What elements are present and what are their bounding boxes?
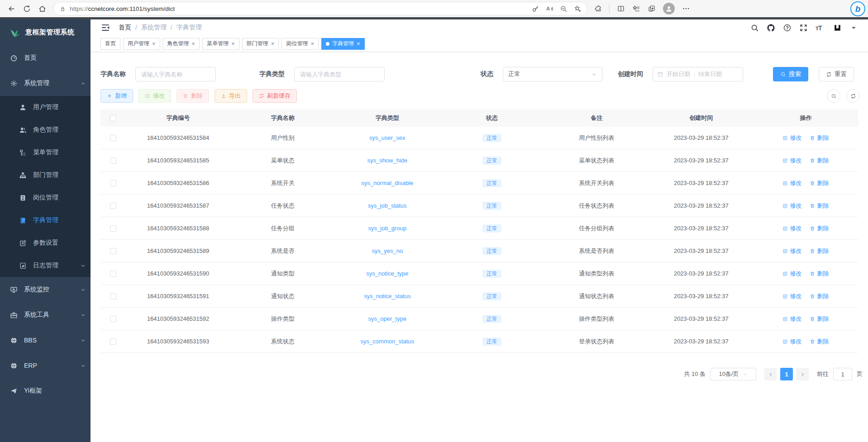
browser-profile-avatar[interactable] <box>663 3 675 14</box>
delete-button[interactable]: 删除 <box>176 89 209 103</box>
row-edit-link[interactable]: 修改 <box>782 337 801 346</box>
tab-首页[interactable]: 首页 <box>100 38 120 50</box>
read-aloud-icon[interactable] <box>546 5 553 13</box>
row-checkbox[interactable] <box>110 293 116 299</box>
dict-type-input[interactable] <box>294 67 385 81</box>
row-edit-link[interactable]: 修改 <box>782 179 801 187</box>
favorites-icon[interactable] <box>632 5 640 13</box>
edit-button[interactable]: 修改 <box>138 89 171 103</box>
row-edit-link[interactable]: 修改 <box>782 247 801 255</box>
add-button[interactable]: 新增 <box>100 89 133 103</box>
row-checkbox[interactable] <box>110 135 116 141</box>
tab-岗位管理[interactable]: 岗位管理× <box>281 38 319 50</box>
page-size-select[interactable]: 10条/页 <box>710 368 756 380</box>
sidebar-item-log-management[interactable]: 日志管理 <box>0 254 91 277</box>
search-button[interactable]: 搜索 <box>773 67 808 81</box>
breadcrumb-home[interactable]: 首页 <box>119 24 131 32</box>
dict-type-link[interactable]: sys_normal_disable <box>361 180 413 186</box>
row-edit-link[interactable]: 修改 <box>782 202 801 210</box>
dict-name-input[interactable] <box>135 67 216 81</box>
sidebar-item-bbs[interactable]: BBS <box>0 328 91 353</box>
sidebar-item-system-monitor[interactable]: 系统监控 <box>0 277 91 302</box>
sidebar-item-role-management[interactable]: 角色管理 <box>0 119 91 141</box>
row-delete-link[interactable]: 删除 <box>810 179 829 187</box>
dict-type-link[interactable]: sys_job_group <box>368 225 407 232</box>
refresh-table-button[interactable] <box>846 89 860 103</box>
tab-close-icon[interactable]: × <box>310 40 314 47</box>
row-edit-link[interactable]: 修改 <box>782 134 801 142</box>
tab-close-icon[interactable]: × <box>271 40 275 47</box>
password-key-icon[interactable] <box>532 5 539 13</box>
dict-type-link[interactable]: sys_common_status <box>361 338 415 345</box>
sidebar-item-system-management[interactable]: 系统管理 <box>0 71 91 96</box>
dict-type-link[interactable]: sys_user_sex <box>369 134 405 141</box>
tab-字典管理[interactable]: 字典管理× <box>321 38 365 50</box>
extensions-icon[interactable] <box>594 5 602 13</box>
sidebar-item-menu-management[interactable]: 菜单管理 <box>0 141 91 164</box>
sidebar-fold-icon[interactable] <box>100 23 110 33</box>
row-checkbox[interactable] <box>110 248 116 254</box>
select-all-checkbox[interactable] <box>110 115 116 121</box>
status-select[interactable]: 正常 <box>503 67 602 81</box>
reset-button[interactable]: 重置 <box>819 67 854 81</box>
tab-close-icon[interactable]: × <box>192 40 196 47</box>
fullscreen-icon[interactable] <box>799 24 808 32</box>
row-checkbox[interactable] <box>110 316 116 322</box>
zoom-out-icon[interactable] <box>560 5 568 13</box>
dict-type-link[interactable]: sys_job_status <box>368 202 407 209</box>
row-delete-link[interactable]: 删除 <box>810 247 829 255</box>
dict-type-link[interactable]: sys_yes_no <box>372 247 403 254</box>
github-icon[interactable] <box>767 24 775 32</box>
export-button[interactable]: 导出 <box>215 89 247 103</box>
row-checkbox[interactable] <box>110 338 116 345</box>
address-bar[interactable]: https://ccnetcore.com:1101/system/dict <box>53 2 587 15</box>
sidebar-item-dict-management[interactable]: 字典管理 <box>0 209 91 232</box>
sidebar-item-user-management[interactable]: 用户管理 <box>0 96 91 119</box>
row-edit-link[interactable]: 修改 <box>782 292 801 300</box>
bing-chat-button[interactable]: b <box>850 1 865 16</box>
browser-menu-icon[interactable] <box>682 5 690 13</box>
row-delete-link[interactable]: 删除 <box>810 157 829 165</box>
sidebar-item-erp[interactable]: ERP <box>0 353 91 378</box>
prev-page-button[interactable] <box>764 368 777 380</box>
caret-down-icon[interactable] <box>849 24 858 32</box>
dict-type-link[interactable]: sys_notice_status <box>364 293 410 299</box>
sidebar-item-post-management[interactable]: 岗位管理 <box>0 186 91 209</box>
font-size-icon[interactable]: тT <box>816 24 822 32</box>
row-delete-link[interactable]: 删除 <box>810 315 829 323</box>
row-delete-link[interactable]: 删除 <box>810 337 829 346</box>
url-text[interactable]: https://ccnetcore.com:1101/system/dict <box>70 5 532 12</box>
add-favorite-icon[interactable] <box>574 5 582 13</box>
sidebar-item-system-tools[interactable]: 系统工具 <box>0 302 91 328</box>
row-delete-link[interactable]: 删除 <box>810 134 829 142</box>
page-number-button[interactable]: 1 <box>780 368 793 380</box>
row-checkbox[interactable] <box>110 157 116 164</box>
tab-close-icon[interactable]: × <box>231 40 235 47</box>
sidebar-item-param-settings[interactable]: 参数设置 <box>0 232 91 254</box>
sidebar-item-home[interactable]: 首页 <box>0 45 91 71</box>
tab-菜单管理[interactable]: 菜单管理× <box>202 38 239 50</box>
goto-page-input[interactable] <box>833 368 852 380</box>
tab-close-icon[interactable]: × <box>152 40 156 47</box>
show-search-toggle-button[interactable] <box>827 89 840 103</box>
browser-home-button[interactable] <box>34 2 50 15</box>
browser-back-button[interactable] <box>4 2 19 15</box>
dict-type-link[interactable]: sys_notice_type <box>366 270 408 277</box>
row-edit-link[interactable]: 修改 <box>782 224 801 233</box>
dict-type-link[interactable]: sys_show_hide <box>367 157 407 164</box>
row-delete-link[interactable]: 删除 <box>810 292 829 300</box>
search-icon[interactable] <box>750 24 759 32</box>
row-checkbox[interactable] <box>110 203 116 209</box>
row-edit-link[interactable]: 修改 <box>782 315 801 323</box>
yi-logo[interactable] <box>833 24 842 32</box>
browser-refresh-button[interactable] <box>19 2 34 15</box>
sidebar-item-yi-framework[interactable]: Yi框架 <box>0 378 91 404</box>
row-delete-link[interactable]: 删除 <box>810 270 829 278</box>
row-edit-link[interactable]: 修改 <box>782 270 801 278</box>
row-delete-link[interactable]: 删除 <box>810 202 829 210</box>
next-page-button[interactable] <box>796 368 809 380</box>
breadcrumb-system[interactable]: 系统管理 <box>141 24 167 32</box>
help-icon[interactable] <box>783 24 792 32</box>
sidebar-item-dept-management[interactable]: 部门管理 <box>0 164 91 186</box>
row-checkbox[interactable] <box>110 225 116 232</box>
